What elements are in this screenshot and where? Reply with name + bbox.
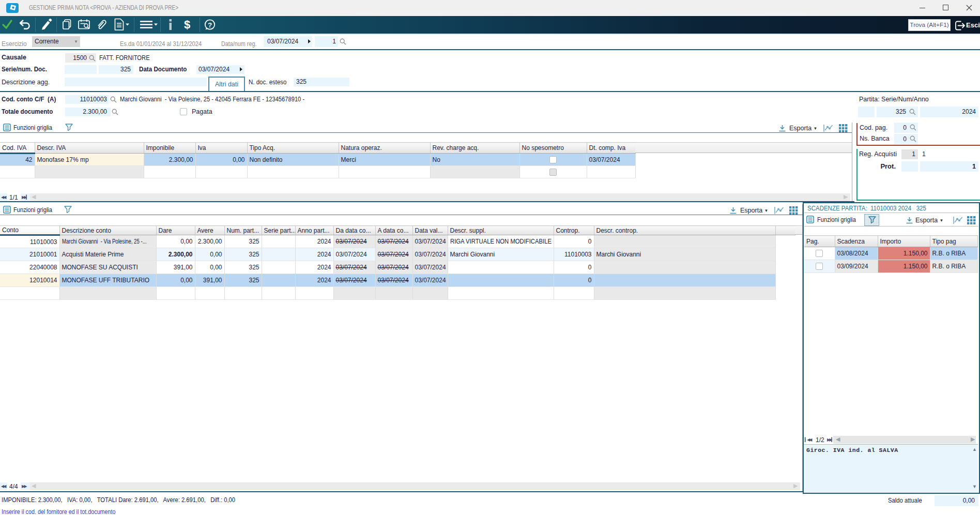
svg-text:$: $ — [184, 18, 190, 31]
svg-text:?: ? — [208, 21, 212, 29]
